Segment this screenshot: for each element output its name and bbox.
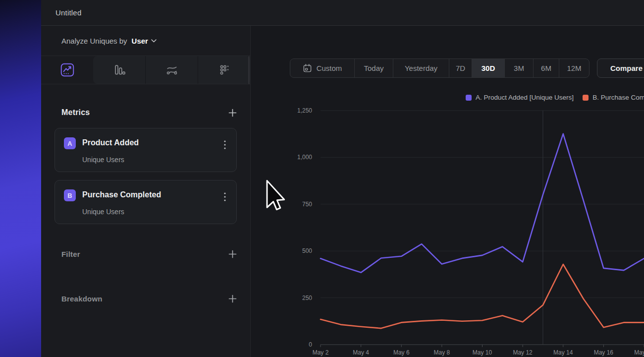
range-label: 3M xyxy=(514,64,524,72)
svg-text:500: 500 xyxy=(302,247,312,254)
line-chart-icon xyxy=(60,63,74,77)
analyze-by-label: Analyze Uniques by xyxy=(61,37,127,45)
add-metric-button[interactable] xyxy=(227,107,238,118)
range-label: 30D xyxy=(482,64,495,72)
top-bar: Untitled xyxy=(41,0,644,26)
analyze-by-row: Analyze Uniques by User xyxy=(41,26,250,56)
svg-text:750: 750 xyxy=(302,201,312,208)
metrics-section-header: Metrics xyxy=(61,107,238,119)
svg-text:May 10: May 10 xyxy=(473,349,492,356)
range-button-today[interactable]: Today xyxy=(355,59,393,77)
svg-text:May 2: May 2 xyxy=(313,349,329,356)
flow-chart-icon xyxy=(165,63,178,76)
metric-measure[interactable]: Unique Users xyxy=(82,156,124,164)
range-button-custom[interactable]: Custom xyxy=(290,59,355,77)
tab-flow-chart[interactable] xyxy=(146,56,198,84)
range-button-7d[interactable]: 7D xyxy=(449,59,472,77)
svg-text:May 12: May 12 xyxy=(513,349,533,356)
breakdown-title: Breakdown xyxy=(61,295,103,303)
range-label: 12M xyxy=(567,64,581,72)
metrics-title: Metrics xyxy=(61,108,90,117)
chart-type-tab-group xyxy=(93,56,250,84)
app-window: Untitled Analyze Uniques by User xyxy=(0,0,644,357)
add-breakdown-button[interactable] xyxy=(227,293,238,304)
metric-badge-b: B xyxy=(64,189,76,201)
date-range-segmented-control: CustomTodayYesterday7D30D3M6M12M xyxy=(290,59,590,78)
chart-type-tabs xyxy=(41,56,250,84)
svg-text:May 16: May 16 xyxy=(594,349,614,356)
svg-text:0: 0 xyxy=(309,341,312,348)
svg-text:May 4: May 4 xyxy=(353,349,369,356)
plus-icon xyxy=(228,250,237,258)
range-button-30d[interactable]: 30D xyxy=(472,59,505,77)
calendar-icon xyxy=(303,63,312,73)
plus-icon xyxy=(228,295,237,303)
kebab-icon xyxy=(224,140,226,149)
add-filter-button[interactable] xyxy=(227,248,238,259)
analyze-by-dropdown[interactable]: User xyxy=(132,37,157,45)
range-button-yesterday[interactable]: Yesterday xyxy=(393,59,449,77)
analyze-by-value: User xyxy=(132,37,148,45)
tab-bar-chart[interactable] xyxy=(93,56,146,84)
compare-button[interactable]: Compare xyxy=(597,59,644,78)
filter-section-header: Filter xyxy=(61,248,238,260)
svg-text:May 18: May 18 xyxy=(634,349,644,356)
metric-name: Purchase Completed xyxy=(82,190,161,199)
line-chart[interactable]: 02505007501,0001,250May 2May 4May 6May 8… xyxy=(251,89,644,357)
metric-measure[interactable]: Unique Users xyxy=(82,208,124,216)
range-button-6m[interactable]: 6M xyxy=(534,59,559,77)
sidebar-scrollbar[interactable] xyxy=(248,56,250,84)
range-label: Today xyxy=(364,64,383,72)
breakdown-section-header: Breakdown xyxy=(61,293,238,304)
filter-title: Filter xyxy=(61,250,80,258)
range-label: Custom xyxy=(317,64,342,72)
range-label: 6M xyxy=(541,64,551,72)
range-label: 7D xyxy=(456,64,465,72)
analytics-app: Untitled Analyze Uniques by User xyxy=(41,0,644,357)
svg-text:1,000: 1,000 xyxy=(297,154,312,161)
metric-card-product-added[interactable]: A Product Added Unique Users xyxy=(54,128,237,172)
bar-chart-icon xyxy=(113,63,126,76)
desktop-gradient-strip xyxy=(0,0,41,357)
metric-menu-button[interactable] xyxy=(221,140,228,149)
svg-text:May 8: May 8 xyxy=(434,349,450,356)
svg-text:250: 250 xyxy=(302,295,312,301)
svg-text:1,250: 1,250 xyxy=(297,107,312,114)
range-label: Yesterday xyxy=(405,64,437,72)
range-button-12m[interactable]: 12M xyxy=(559,59,589,77)
report-title[interactable]: Untitled xyxy=(55,8,81,17)
chevron-down-icon xyxy=(151,39,157,43)
tab-dots-grid[interactable] xyxy=(198,56,250,84)
metric-badge-a: A xyxy=(64,137,76,149)
metric-menu-button[interactable] xyxy=(221,192,228,201)
dots-grid-icon xyxy=(218,63,231,76)
metric-name: Product Added xyxy=(82,138,139,147)
kebab-icon xyxy=(224,192,226,201)
tab-line-chart[interactable] xyxy=(41,56,93,84)
query-sidebar: Analyze Uniques by User xyxy=(41,26,251,357)
metric-card-purchase-completed[interactable]: B Purchase Completed Unique Users xyxy=(54,180,237,224)
plus-icon xyxy=(228,109,237,117)
range-button-3m[interactable]: 3M xyxy=(505,59,534,77)
chart-panel: CustomTodayYesterday7D30D3M6M12M Compare… xyxy=(251,26,644,357)
svg-text:May 14: May 14 xyxy=(553,349,573,356)
svg-text:May 6: May 6 xyxy=(393,349,410,356)
